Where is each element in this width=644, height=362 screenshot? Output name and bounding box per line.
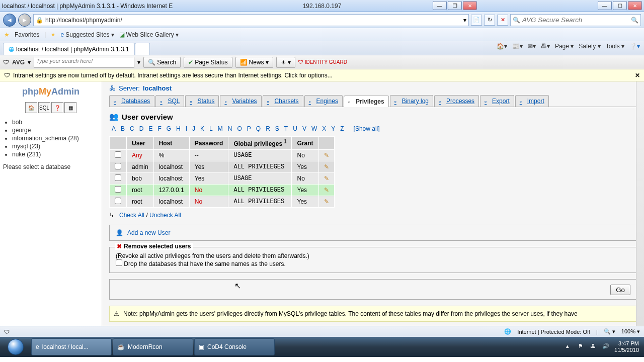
avg-search-input[interactable] (522, 16, 629, 24)
dropdown-icon[interactable]: ▾ (463, 17, 466, 24)
alpha-W[interactable]: W (311, 125, 317, 132)
col-user[interactable]: User (127, 137, 154, 150)
check-all-link[interactable]: Check All (119, 212, 144, 219)
compat-button[interactable]: 📄 (471, 15, 482, 26)
add-fav-icon[interactable]: ★ (51, 32, 55, 37)
col-global-privileges[interactable]: Global privileges 1 (228, 137, 292, 150)
print-icon[interactable]: 🖶▾ (541, 43, 550, 50)
row-checkbox[interactable] (115, 151, 121, 158)
alpha-M[interactable]: M (218, 125, 223, 132)
home-icon[interactable]: 🏠 (25, 102, 37, 113)
db-item[interactable]: bob (12, 118, 102, 126)
alpha-G[interactable]: G (167, 125, 171, 132)
zoom-level[interactable]: 100% ▾ (621, 328, 640, 335)
alpha-L[interactable]: L (209, 125, 213, 132)
sql-icon[interactable]: SQL (38, 102, 50, 113)
scrollbar[interactable] (636, 81, 644, 326)
taskbar-item[interactable]: ☕ModernRcon (113, 338, 193, 355)
alpha-D[interactable]: D (139, 125, 144, 132)
alpha-H[interactable]: H (176, 125, 181, 132)
query-icon[interactable]: ▦ (64, 102, 76, 113)
close-button[interactable]: ✕ (628, 1, 642, 10)
tray-vol-icon[interactable]: 🔊 (602, 343, 610, 351)
url-box[interactable]: 🔒 ▾ (33, 14, 469, 26)
url-input[interactable] (45, 17, 461, 24)
avg-search-button[interactable]: 🔍 Search (143, 57, 181, 68)
feed-icon[interactable]: 📰▾ (512, 43, 523, 50)
taskbar-item[interactable]: elocalhost / local... (31, 338, 112, 355)
forward-button[interactable]: ► (18, 14, 31, 27)
show-all-link[interactable]: [Show all] (354, 125, 380, 132)
maximize-button[interactable]: ☐ (613, 1, 627, 10)
alpha-I[interactable]: I (186, 125, 187, 132)
alpha-J[interactable]: J (192, 125, 195, 132)
alpha-S[interactable]: S (275, 125, 279, 132)
tray-net-icon[interactable]: 🖧 (590, 343, 598, 351)
taskbar-item[interactable]: ▣CoD4 Console (194, 338, 275, 355)
safety-menu[interactable]: Safety ▾ (579, 43, 600, 50)
restore-button-secondary[interactable]: ❐ (448, 1, 462, 10)
alpha-A[interactable]: A (112, 125, 116, 132)
edit-privs-icon[interactable]: ✎ (318, 185, 334, 196)
server-tab-variables[interactable]: ▫Variables (220, 95, 261, 107)
alpha-P[interactable]: P (247, 125, 251, 132)
browser-tab[interactable]: 🌐 localhost / localhost | phpMyAdmin 3.1… (3, 43, 135, 55)
db-item[interactable]: information_schema (28) (12, 134, 102, 142)
zoom-dropdown[interactable]: 🔍 ▾ (604, 328, 615, 335)
row-checkbox[interactable] (115, 198, 121, 204)
page-menu[interactable]: Page ▾ (555, 43, 574, 50)
docs-icon[interactable]: ❓ (51, 102, 63, 113)
refresh-button[interactable]: ↻ (484, 15, 495, 26)
alpha-E[interactable]: E (148, 125, 152, 132)
avg-type-input[interactable] (36, 58, 132, 64)
edit-privs-icon[interactable]: ✎ (318, 173, 334, 185)
db-item[interactable]: george (12, 126, 102, 134)
tray-clock[interactable]: 3:47 PM 11/5/2010 (614, 340, 639, 353)
server-tab-privileges[interactable]: ▫Privileges (344, 96, 389, 107)
col-password[interactable]: Password (189, 137, 228, 150)
row-checkbox[interactable] (115, 174, 121, 181)
favorites-label[interactable]: Favorites (15, 31, 39, 38)
drop-db-checkbox[interactable] (116, 259, 122, 266)
start-button[interactable] (2, 338, 29, 356)
weather-button[interactable]: ☀ ▾ (276, 57, 295, 68)
drop-db-label[interactable]: Drop the databases that have the same na… (116, 260, 286, 267)
suggested-sites-link[interactable]: e Suggested Sites ▾ (60, 31, 114, 38)
avg-search-box[interactable]: 🔍 🔍 (510, 14, 641, 26)
add-user-box[interactable]: 👤 Add a new User (109, 225, 637, 241)
db-item[interactable]: mysql (23) (12, 142, 102, 150)
back-button[interactable]: ◄ (3, 14, 16, 27)
server-tab-databases[interactable]: ▫Databases (109, 95, 154, 107)
server-tab-charsets[interactable]: ▫Charsets (263, 95, 303, 107)
server-tab-processes[interactable]: ▫Processes (434, 95, 479, 107)
uncheck-all-link[interactable]: Uncheck All (149, 212, 181, 219)
server-tab-import[interactable]: ▫Import (515, 95, 549, 107)
alpha-F[interactable]: F (157, 125, 161, 132)
alpha-O[interactable]: O (237, 125, 242, 132)
web-slice-link[interactable]: ◪ Web Slice Gallery ▾ (119, 31, 179, 38)
server-tab-sql[interactable]: ▫SQL (155, 95, 184, 107)
new-tab-button[interactable] (135, 43, 150, 55)
favorites-star-icon[interactable]: ★ (4, 31, 10, 38)
tools-menu[interactable]: Tools ▾ (606, 43, 624, 50)
alpha-N[interactable]: N (228, 125, 232, 132)
server-tab-binary-log[interactable]: ▫Binary log (390, 95, 433, 107)
edit-privs-icon[interactable]: ✎ (318, 196, 334, 208)
alpha-X[interactable]: X (322, 125, 326, 132)
db-item[interactable]: nuke (231) (12, 150, 102, 158)
col-host[interactable]: Host (153, 137, 189, 150)
alpha-Q[interactable]: Q (256, 125, 261, 132)
col-grant[interactable]: Grant (292, 137, 318, 150)
infobar-close[interactable]: ✕ (635, 72, 640, 79)
row-checkbox[interactable] (115, 186, 121, 193)
alpha-Z[interactable]: Z (340, 125, 344, 132)
identity-guard-icon[interactable]: 🛡 IDENTITY GUARD (298, 59, 347, 65)
tray-up-icon[interactable]: ▴ (566, 343, 574, 351)
security-infobar[interactable]: 🛡 Intranet settings are now turned off b… (0, 69, 644, 81)
stop-button[interactable]: ✕ (497, 15, 508, 26)
alpha-B[interactable]: B (121, 125, 125, 132)
news-button[interactable]: 📶 News ▾ (235, 57, 273, 68)
edit-privs-icon[interactable]: ✎ (318, 150, 334, 161)
edit-privs-icon[interactable]: ✎ (318, 161, 334, 173)
search-go-icon[interactable]: 🔍 (631, 17, 638, 24)
